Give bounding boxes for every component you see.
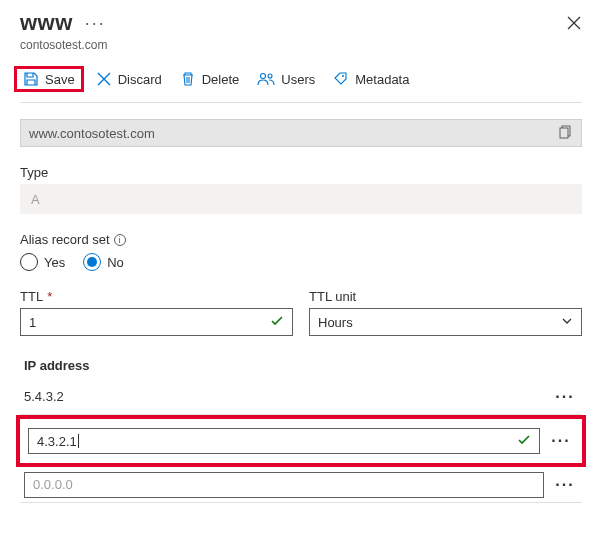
save-icon [23,71,39,87]
delete-label: Delete [202,72,240,87]
alias-label-row: Alias record set i [20,232,582,247]
radio-selected-icon [83,253,101,271]
ttl-unit-select[interactable]: Hours [309,308,582,336]
ttl-unit-value: Hours [318,315,353,330]
type-label: Type [20,165,582,180]
header-more-button[interactable]: ··· [85,14,106,32]
tag-icon [333,71,349,87]
svg-point-0 [261,74,266,79]
discard-button[interactable]: Discard [96,71,162,87]
ip-edit-highlight: 4.3.2.1 ··· [16,415,586,467]
ttl-label-row: TTL * [20,289,293,304]
ttl-unit-label: TTL unit [309,289,582,304]
ip-value[interactable]: 5.4.3.2 [24,389,544,404]
alias-yes-option[interactable]: Yes [20,253,65,271]
row-more-button[interactable]: ··· [552,476,578,494]
check-icon [517,433,531,450]
copy-icon [559,125,573,139]
delete-button[interactable]: Delete [180,71,240,87]
svg-rect-4 [560,128,568,138]
svg-point-1 [268,74,272,78]
type-field: A [20,184,582,214]
trash-icon [180,71,196,87]
discard-label: Discard [118,72,162,87]
zone-subtitle: contosotest.com [20,38,582,52]
ttl-value: 1 [29,315,36,330]
alias-no-label: No [107,255,124,270]
row-more-button[interactable]: ··· [548,432,574,450]
save-highlight: Save [14,66,84,92]
text-caret [78,434,79,448]
info-icon[interactable]: i [114,234,126,246]
ip-edit-value: 4.3.2.1 [37,434,77,449]
ip-grid-container: 5.4.3.2 ··· 4.3.2.1 ··· [20,379,582,503]
radio-icon [20,253,38,271]
save-button[interactable]: Save [23,71,75,87]
ip-row: 4.3.2.1 ··· [24,423,578,459]
close-button[interactable] [566,15,582,31]
type-value: A [31,192,40,207]
required-asterisk: * [47,289,52,304]
close-icon [566,15,582,31]
alias-label: Alias record set [20,232,110,247]
toolbar: Save Discard Delete Users Metadata [20,62,582,103]
record-name-title: www [20,10,73,36]
metadata-label: Metadata [355,72,409,87]
fqdn-display: www.contosotest.com [20,119,582,147]
users-icon [257,71,275,87]
alias-yes-label: Yes [44,255,65,270]
ttl-input[interactable]: 1 [20,308,293,336]
ip-row: 5.4.3.2 ··· [20,379,582,415]
ip-edit-input[interactable]: 4.3.2.1 [28,428,540,454]
metadata-button[interactable]: Metadata [333,71,409,87]
chevron-down-icon [561,315,573,330]
copy-button[interactable] [559,125,573,142]
ttl-label: TTL [20,289,43,304]
fqdn-value: www.contosotest.com [29,126,155,141]
ip-section-header: IP address [20,358,582,373]
ip-placeholder-value: 0.0.0.0 [33,477,73,492]
save-label: Save [45,72,75,87]
users-button[interactable]: Users [257,71,315,87]
ip-placeholder-input[interactable]: 0.0.0.0 [24,472,544,498]
discard-icon [96,71,112,87]
svg-point-2 [342,75,344,77]
alias-no-option[interactable]: No [83,253,124,271]
row-more-button[interactable]: ··· [552,388,578,406]
users-label: Users [281,72,315,87]
ip-row: 0.0.0.0 ··· [20,467,582,503]
check-icon [270,314,284,331]
